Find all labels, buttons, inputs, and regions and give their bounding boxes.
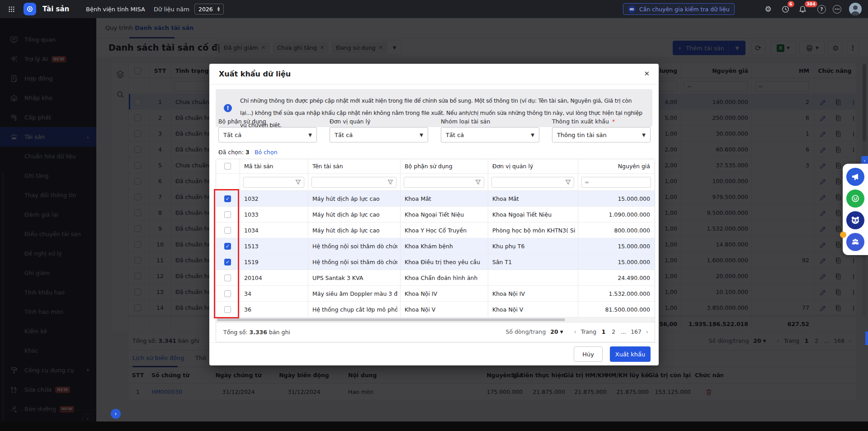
expand-next-button[interactable]: ›	[111, 409, 121, 419]
column-divider	[240, 207, 240, 222]
column-divider	[488, 286, 488, 301]
gear-icon: ⚙	[763, 4, 773, 14]
select-value: Tất cả	[446, 132, 464, 138]
export-filter-select-2[interactable]: Tất cả▼	[330, 127, 428, 142]
announcement-widget-button[interactable]	[846, 168, 864, 186]
cell-dept: Khoa Y Học Cổ Truyền	[405, 223, 485, 238]
chat-support-widget-button[interactable]	[846, 189, 864, 208]
dialog-header: Xuất khẩu dữ liệu ✕	[209, 64, 659, 85]
export-filter-select-4[interactable]: Thông tin tài sản▼	[552, 127, 651, 142]
column-divider	[308, 207, 308, 222]
grid-apps-icon	[8, 6, 15, 13]
column-divider	[578, 159, 578, 173]
export-filter-row: =	[216, 174, 655, 191]
column-divider	[240, 191, 240, 206]
column-divider	[578, 191, 578, 206]
cell-dept: Khoa Khám bệnh	[405, 238, 485, 254]
org-name[interactable]: Bệnh viện tỉnh MISA	[86, 0, 145, 18]
column-divider	[308, 174, 308, 190]
column-divider	[308, 238, 308, 254]
column-header-5: Nguyên giá	[580, 159, 650, 173]
column-filter-input[interactable]	[404, 177, 484, 188]
export-button[interactable]: Xuất khẩu	[610, 346, 651, 362]
cell-cost: 1.532.000.000	[580, 286, 650, 301]
column-divider	[400, 191, 401, 206]
page-next-button[interactable]: ›	[646, 328, 648, 335]
export-asset-row: 1034Máy hút dịch áp lực caoKhoa Y Học Cổ…	[216, 223, 655, 238]
bottom-black-strip	[0, 422, 868, 431]
export-filter-select-1[interactable]: Tất cả▼	[218, 127, 317, 142]
column-filter-input[interactable]	[311, 177, 396, 188]
column-filter-input[interactable]	[243, 177, 304, 188]
community-widget-button[interactable]	[846, 233, 864, 251]
column-divider	[308, 191, 308, 206]
export-asset-row: ✓1519Hệ thống nội soi thăm dò chức...Kho…	[216, 254, 655, 270]
cost-filter-input[interactable]: =	[581, 177, 651, 188]
column-divider	[308, 302, 308, 317]
page-prev-button[interactable]: ‹	[574, 328, 576, 335]
history-badge: 6	[788, 1, 794, 7]
close-icon[interactable]: ✕	[644, 70, 650, 78]
topbar: Tài sản Bệnh viện tỉnh MISA Dữ liệu năm …	[0, 0, 868, 18]
cell-unit: Khoa Nội V	[492, 302, 575, 317]
people-group-icon	[850, 237, 860, 247]
help-button[interactable]: ?	[817, 0, 826, 18]
page-number-1[interactable]: 1	[601, 328, 606, 335]
page-number-167[interactable]: 167	[631, 328, 642, 335]
horizontal-scrollbar[interactable]	[216, 317, 655, 322]
cell-unit: Khu phụ T6	[492, 238, 575, 254]
app-launcher-button[interactable]	[8, 0, 15, 18]
chevron-down-icon: ▼	[642, 133, 646, 137]
column-filter-input[interactable]	[491, 177, 574, 188]
panda-assistant-widget-button[interactable]	[846, 211, 864, 229]
deselect-link[interactable]: Bỏ chọn	[255, 149, 278, 156]
settings-button[interactable]: ⚙	[763, 0, 773, 18]
page-number-2[interactable]: 2	[611, 328, 616, 335]
ellipsis-icon: ⋯	[833, 5, 841, 14]
user-avatar[interactable]	[849, 0, 862, 18]
rows-per-page-select[interactable]: 20▼	[550, 328, 563, 335]
scrollbar-thumb[interactable]	[217, 318, 565, 321]
column-divider	[488, 191, 488, 206]
year-value: 2026	[198, 6, 213, 13]
year-selector[interactable]: 2026 ▲▼	[194, 4, 224, 14]
cell-name: Máy siêu âm Doppler màu 3 đầ...	[312, 286, 397, 301]
cell-cost: 24.490.000	[580, 270, 650, 285]
select-value: Tất cả	[223, 132, 241, 138]
column-divider	[488, 207, 488, 222]
column-header-4: Đơn vị quản lý	[492, 159, 573, 173]
application-window: Tài sản Bệnh viện tỉnh MISA Dữ liệu năm …	[0, 0, 868, 431]
cell-code: 34	[244, 286, 305, 301]
app-title: Tài sản	[42, 0, 69, 18]
column-divider	[578, 302, 578, 317]
column-divider	[400, 286, 401, 301]
column-divider	[240, 254, 240, 270]
column-divider	[578, 286, 578, 301]
column-divider	[488, 174, 488, 190]
column-divider	[400, 174, 401, 190]
history-button[interactable]: 6	[780, 0, 790, 18]
records-suffix: bản ghi	[267, 329, 290, 336]
year-stepper-icon[interactable]: ▲▼	[217, 6, 220, 12]
column-divider	[308, 223, 308, 238]
cell-cost: 1.090.000.000	[580, 207, 650, 222]
cell-code: 1033	[244, 207, 305, 222]
select-all-checkbox[interactable]	[224, 163, 231, 170]
chevron-down-icon: ▼	[420, 133, 423, 137]
export-data-dialog: Xuất khẩu dữ liệu ✕ ! Chỉ những thông ti…	[209, 64, 659, 365]
column-divider	[240, 238, 240, 254]
column-divider	[488, 238, 488, 254]
expert-check-button[interactable]: Cần chuyên gia kiểm tra dữ liệu	[623, 3, 735, 15]
notifications-button[interactable]: 384	[797, 0, 807, 18]
edge-scroll-indicator[interactable]	[865, 332, 868, 345]
cancel-button[interactable]: Hủy	[574, 346, 603, 362]
app-logo[interactable]	[24, 0, 36, 18]
export-asset-row: ✓1032Máy hút dịch áp lực caoKhoa MắtKhoa…	[216, 191, 655, 207]
column-divider	[240, 270, 240, 285]
page-number-...[interactable]: ...	[621, 328, 626, 335]
more-button[interactable]: ⋯	[833, 0, 841, 18]
export-filter-label: Đơn vị quản lý	[330, 118, 370, 125]
megaphone-icon	[851, 172, 860, 181]
cell-dept: Khoa Chẩn đoán hình ảnh	[405, 270, 485, 285]
export-filter-select-3[interactable]: Tất cả▼	[441, 127, 539, 142]
